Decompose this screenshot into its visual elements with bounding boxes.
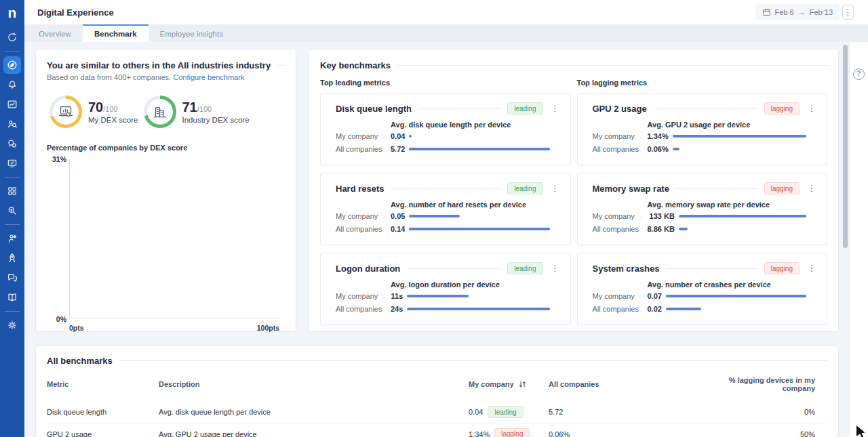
metric-card-header: System crasheslagging⋮ xyxy=(593,262,818,274)
chart-title: Percentage of companies by DEX score xyxy=(47,144,285,152)
metric-card-header: Disk queue lengthleading⋮ xyxy=(336,102,561,115)
series-bar xyxy=(666,308,701,310)
metric-card-system-crashes: System crasheslagging⋮Avg. number of cra… xyxy=(577,253,828,325)
launch-rocket-icon xyxy=(7,253,18,264)
series-label: My company xyxy=(336,212,387,220)
column-header-description[interactable]: Description xyxy=(159,380,469,388)
table-row-gpu-2-usage[interactable]: GPU 2 usageAvg. GPU 2 usage per device1.… xyxy=(47,423,827,437)
divider xyxy=(277,65,285,66)
column-header-my-company[interactable]: My company xyxy=(469,380,549,388)
series-label: All companies xyxy=(336,225,387,233)
column-header-metric[interactable]: Metric xyxy=(47,380,159,388)
cell-metric: Disk queue length xyxy=(47,408,159,416)
column-header-label: Description xyxy=(159,380,200,388)
y-axis-min-label: 0% xyxy=(47,315,66,323)
metric-kebab-menu-button[interactable]: ⋮ xyxy=(806,184,817,193)
tab-overview[interactable]: Overview xyxy=(27,24,83,42)
x-axis-max-label: 100pts xyxy=(257,324,279,332)
sidebar-item-launch-rocket[interactable] xyxy=(3,249,21,267)
sidebar-item-explore-search[interactable] xyxy=(3,202,21,220)
series-label: My company xyxy=(336,132,387,140)
configure-benchmark-link[interactable]: Configure benchmark xyxy=(173,73,244,81)
sidebar-item-history[interactable] xyxy=(3,28,21,46)
metric-card-header: Logon durationleading⋮ xyxy=(336,262,561,274)
metric-name: Memory swap rate xyxy=(593,184,669,194)
metric-kebab-menu-button[interactable]: ⋮ xyxy=(550,264,561,273)
metric-kebab-menu-button[interactable]: ⋮ xyxy=(806,264,817,273)
dotted-leader xyxy=(639,217,642,218)
vertical-scrollbar[interactable] xyxy=(843,45,848,248)
series-bar-track xyxy=(409,215,549,217)
all-benchmarks-card: All benchmarks MetricDescriptionMy compa… xyxy=(35,346,839,437)
sidebar: n xyxy=(0,0,24,437)
cell-description: Avg. GPU 2 usage per device xyxy=(159,430,469,437)
series-bar xyxy=(409,228,549,230)
series-bar-track xyxy=(673,135,806,138)
metric-card-hard-resets: Hard resetsleading⋮Avg. number of hard r… xyxy=(320,173,571,245)
metric-kebab-menu-button[interactable]: ⋮ xyxy=(550,184,561,193)
series-label-text: All companies xyxy=(593,145,639,153)
series-value: 0.14 xyxy=(391,225,405,233)
metric-bars: My company1.34%All companies0.06% xyxy=(593,132,818,153)
metric-card-disk-queue-length: Disk queue lengthleading⋮Avg. disk queue… xyxy=(320,93,571,165)
divider xyxy=(654,108,757,109)
series-bar-track xyxy=(409,148,549,150)
sidebar-item-compass[interactable] xyxy=(3,56,21,74)
metric-description: Avg. number of crashes per device xyxy=(648,280,818,289)
apps-grid-icon xyxy=(7,186,18,196)
series-value: 24s xyxy=(391,305,403,313)
dex-score-industry-dex-score: 71/100Industry DEX score xyxy=(144,96,250,128)
score-value: 71/100 xyxy=(182,100,250,115)
series-value: 1.34% xyxy=(648,132,669,140)
metric-name: System crashes xyxy=(593,264,660,274)
help-icon[interactable]: ? xyxy=(853,68,865,80)
tab-benchmark[interactable]: Benchmark xyxy=(83,24,149,42)
score-number: 71 xyxy=(182,100,197,115)
table-row-disk-queue-length[interactable]: Disk queue lengthAvg. disk queue length … xyxy=(47,401,827,423)
dotted-leader xyxy=(639,297,642,298)
score-label: My DEX score xyxy=(88,116,138,124)
column-header-all-companies[interactable]: All companies xyxy=(549,380,711,388)
sidebar-divider xyxy=(5,224,20,225)
metric-name: Hard resets xyxy=(336,184,384,194)
series-label-text: My company xyxy=(593,132,635,140)
series-value: 0.05 xyxy=(391,212,405,220)
series-label-text: My company xyxy=(336,132,378,140)
all-benchmarks-title: All benchmarks xyxy=(47,356,113,366)
sidebar-item-remote-actions[interactable] xyxy=(3,135,21,152)
sidebar-item-bell[interactable] xyxy=(3,76,21,93)
series-label-text: All companies xyxy=(336,305,382,313)
series-bar-track xyxy=(407,295,549,297)
series-bar xyxy=(409,215,460,217)
status-badge: lagging xyxy=(764,102,800,115)
metrics-column-subtitle: Top lagging metrics xyxy=(577,79,828,87)
column-header-label: All companies xyxy=(549,380,599,388)
metric-description: Avg. GPU 2 usage per device xyxy=(648,121,818,129)
sidebar-item-library-book[interactable] xyxy=(3,289,21,306)
sidebar-item-dashboards[interactable] xyxy=(3,96,21,113)
my-company-value: 1.34% xyxy=(469,430,490,437)
column-header--lagging-devices-in-my-company[interactable]: % lagging devices in my company xyxy=(711,376,827,392)
cell-lagging-devices: 50% xyxy=(711,430,827,437)
investigations-icon xyxy=(7,119,18,129)
engage-chat-icon xyxy=(7,272,18,283)
status-badge: lagging xyxy=(764,262,800,274)
metric-kebab-menu-button[interactable]: ⋮ xyxy=(806,104,817,113)
sidebar-item-settings-gear[interactable] xyxy=(3,316,21,334)
dex-histogram: 31% 0% 0pts 100pts xyxy=(47,156,285,332)
series-bar xyxy=(407,308,549,310)
sidebar-item-engage-chat[interactable] xyxy=(3,269,21,287)
tab-employee-insights[interactable]: Employee insights xyxy=(149,24,235,42)
series-bar-track xyxy=(679,228,806,230)
metric-kebab-menu-button[interactable]: ⋮ xyxy=(550,104,561,113)
status-badge: leading xyxy=(488,406,523,418)
sort-icon xyxy=(519,381,526,388)
table-header-row: MetricDescriptionMy companyAll companies… xyxy=(47,376,827,400)
sidebar-item-investigations[interactable] xyxy=(3,115,21,133)
sidebar-item-devices[interactable] xyxy=(3,154,21,172)
date-range-picker[interactable]: Feb 6 → Feb 13 xyxy=(755,4,840,20)
sidebar-item-adopt[interactable] xyxy=(3,230,21,247)
header-kebab-menu-button[interactable]: ⋮ xyxy=(842,5,854,20)
bell-icon xyxy=(7,79,18,90)
sidebar-item-apps-grid[interactable] xyxy=(3,182,21,200)
